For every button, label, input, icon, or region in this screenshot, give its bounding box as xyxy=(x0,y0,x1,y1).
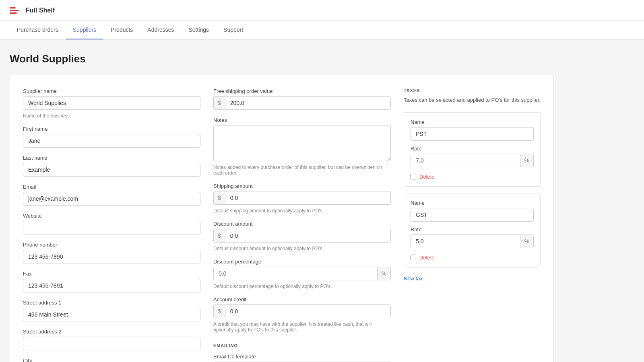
discount-amount-input[interactable] xyxy=(225,229,390,242)
middle-form-section: Free shipping order value $ Notes Notes … xyxy=(213,88,391,362)
street1-input[interactable] xyxy=(23,308,200,321)
discount-amount-wrapper: $ xyxy=(213,229,391,243)
shipping-amount-wrapper: $ xyxy=(213,191,391,205)
nav-tabs: Purchase orders Suppliers Products Addre… xyxy=(0,21,644,40)
taxes-description: Taxes can be selected and applied to PO'… xyxy=(404,96,541,104)
street1-group: Street address 1 xyxy=(23,300,200,321)
discount-amount-hint: Default discount amount to optionally ap… xyxy=(213,246,391,251)
page-title: World Supplies xyxy=(10,53,554,65)
svg-rect-2 xyxy=(10,12,17,13)
tax-2-delete-label[interactable]: Delete xyxy=(419,255,435,261)
notes-hint: Notes added to every purchase order of t… xyxy=(213,165,391,176)
tax-1-rate-label: Rate xyxy=(411,146,534,152)
free-shipping-label: Free shipping order value xyxy=(213,88,391,94)
new-tax-button[interactable]: New tax xyxy=(404,276,423,282)
logo-area: Full Shelf xyxy=(10,6,55,15)
tax-2-delete-row: Delete xyxy=(411,255,534,261)
notes-label: Notes xyxy=(213,117,391,123)
website-group: Website xyxy=(23,213,200,234)
tax-2-rate-input[interactable] xyxy=(411,235,520,248)
tab-purchase-orders[interactable]: Purchase orders xyxy=(10,21,66,39)
tax-1-delete-checkbox[interactable] xyxy=(411,174,416,179)
discount-prefix: $ xyxy=(214,229,225,242)
email-cc-group: Email Cc template Separate values with a… xyxy=(213,354,391,362)
tab-addresses[interactable]: Addresses xyxy=(140,21,181,39)
tab-support[interactable]: Support xyxy=(216,21,250,39)
account-credit-label: Account credit xyxy=(213,296,391,302)
tax-1-name-label: Name xyxy=(411,119,534,125)
phone-group: Phone number xyxy=(23,242,200,263)
discount-pct-wrapper: % xyxy=(213,267,391,280)
tab-settings[interactable]: Settings xyxy=(182,21,217,39)
discount-pct-group: Discount percentage % Default discount p… xyxy=(213,259,391,289)
tab-suppliers[interactable]: Suppliers xyxy=(66,21,103,39)
account-credit-group: Account credit $ A credit that you may h… xyxy=(213,296,391,333)
email-label: Email xyxy=(23,184,200,190)
account-credit-input[interactable] xyxy=(225,305,390,318)
tax-row-1: Name Rate % Delete xyxy=(411,119,534,180)
website-input[interactable] xyxy=(23,221,200,234)
tax-1-delete-label[interactable]: Delete xyxy=(419,174,435,180)
street2-label: Street address 2 xyxy=(23,329,200,335)
svg-rect-0 xyxy=(10,7,15,8)
tax-item-1: Name Rate % Delete xyxy=(404,112,541,187)
phone-input[interactable] xyxy=(23,250,200,263)
free-shipping-group: Free shipping order value $ xyxy=(213,88,391,110)
last-name-label: Last name xyxy=(23,155,200,161)
shipping-amount-hint: Default shipping amount to optionally ap… xyxy=(213,208,391,214)
email-cc-label: Email Cc template xyxy=(213,354,391,360)
taxes-title: TAXES xyxy=(404,88,541,93)
tab-products[interactable]: Products xyxy=(103,21,140,39)
notes-group: Notes Notes added to every purchase orde… xyxy=(213,117,391,176)
tax-2-name-label: Name xyxy=(411,200,534,206)
tax-1-rate-wrapper: % xyxy=(411,154,534,167)
svg-rect-1 xyxy=(10,10,19,11)
app-logo-icon xyxy=(10,6,23,15)
supplier-name-input[interactable] xyxy=(23,96,200,110)
tax-item-2: Name Rate % Delete xyxy=(404,193,541,267)
account-credit-prefix: $ xyxy=(214,305,225,318)
tax-2-delete-checkbox[interactable] xyxy=(411,255,416,260)
tax-1-delete-row: Delete xyxy=(411,174,534,180)
supplier-name-hint: Name of the business. xyxy=(23,113,200,119)
notes-textarea[interactable] xyxy=(213,125,391,161)
top-bar: Full Shelf xyxy=(0,0,644,21)
tax-1-name-input[interactable] xyxy=(411,127,534,141)
street2-input[interactable] xyxy=(23,337,200,350)
tax-1-rate-input[interactable] xyxy=(411,154,520,167)
street1-label: Street address 1 xyxy=(23,300,200,306)
tax-1-name-group: Name xyxy=(411,119,534,141)
discount-amount-label: Discount amount xyxy=(213,221,391,227)
last-name-input[interactable] xyxy=(23,163,200,177)
free-shipping-input[interactable] xyxy=(225,97,390,109)
fax-input[interactable] xyxy=(23,279,200,292)
email-input[interactable] xyxy=(23,192,200,206)
shipping-amount-group: Shipping amount $ Default shipping amoun… xyxy=(213,183,391,214)
emailing-title: EMAILING xyxy=(213,343,391,348)
free-shipping-input-wrapper: $ xyxy=(213,96,391,110)
tax-2-rate-label: Rate xyxy=(411,226,534,232)
tax-2-rate-suffix: % xyxy=(520,235,533,248)
app-name: Full Shelf xyxy=(26,7,55,14)
discount-pct-hint: Default discount percentage to optionall… xyxy=(213,284,391,289)
city-label: City xyxy=(23,358,200,362)
shipping-amount-input[interactable] xyxy=(225,191,390,204)
taxes-section: TAXES Taxes can be selected and applied … xyxy=(404,88,541,362)
tax-2-name-group: Name xyxy=(411,200,534,222)
last-name-group: Last name xyxy=(23,155,200,177)
tax-1-rate-suffix: % xyxy=(520,154,533,167)
city-group: City xyxy=(23,358,200,362)
supplier-form-card: Supplier name Name of the business. Firs… xyxy=(10,75,554,362)
left-form-section: Supplier name Name of the business. Firs… xyxy=(23,88,200,362)
first-name-input[interactable] xyxy=(23,134,200,148)
supplier-name-group: Supplier name Name of the business. xyxy=(23,88,200,119)
tax-2-name-input[interactable] xyxy=(411,208,534,222)
fax-label: Fax xyxy=(23,271,200,277)
fax-group: Fax xyxy=(23,271,200,292)
free-shipping-prefix: $ xyxy=(214,97,225,109)
tax-row-2: Name Rate % Delete xyxy=(411,200,534,261)
discount-pct-input[interactable] xyxy=(214,267,377,280)
emailing-section: EMAILING Email Cc template Separate valu… xyxy=(213,340,391,362)
email-group: Email xyxy=(23,184,200,206)
account-credit-wrapper: $ xyxy=(213,304,391,318)
